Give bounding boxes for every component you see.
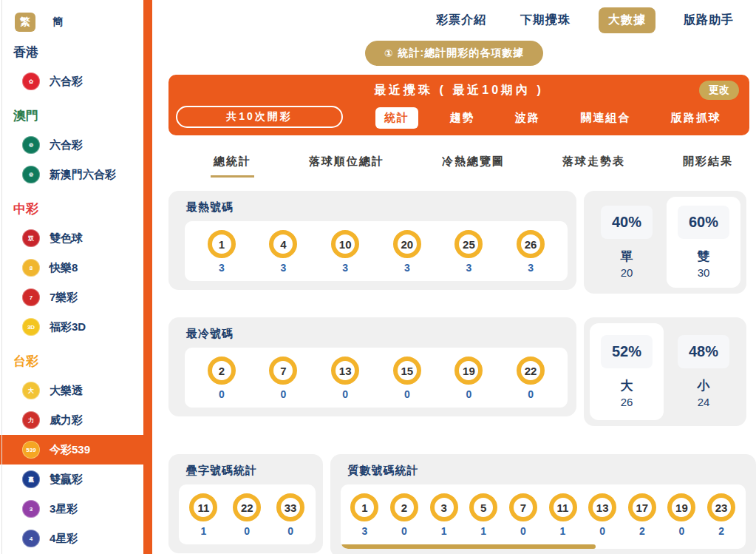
change-button[interactable]: 更改 [699, 81, 739, 100]
sidebar-entry-label: 雙色球 [50, 232, 83, 246]
sidebar-entry-label: 4星彩 [50, 532, 78, 546]
stats-info-banner: ① 統計:總計開彩的各項數據 [365, 41, 544, 66]
sidebar-entry[interactable]: 大 大樂透 [0, 376, 143, 405]
sidebar-entry-label: 中彩 [13, 200, 38, 217]
main-content: 彩票介紹 下期攪珠 大數據 版路助手 ① 統計:總計開彩的各項數據 最近攪珠 (… [152, 0, 756, 554]
orange-accent-stripe [143, 0, 152, 554]
recent-draws-title: 最近攪珠 ( 最近10期內 ) [168, 83, 749, 98]
lottery-icon: ❁ [22, 166, 40, 183]
ball-stat: 20 3 [393, 230, 421, 274]
ball-stat: 11 1 [549, 493, 577, 537]
hot-numbers-body: 1 3 4 3 10 3 [185, 221, 568, 281]
sidebar-entry[interactable]: 贏 雙贏彩 [0, 465, 143, 494]
statistics-sub-tab[interactable]: 落球順位總計 [306, 155, 387, 178]
ball-count: 3 [466, 262, 472, 274]
stats-row-1: 最熱號碼 1 3 4 3 [168, 191, 756, 294]
sidebar-entry-label: 快樂8 [50, 261, 78, 275]
lang-traditional-button[interactable]: 繁 [15, 13, 35, 32]
percent-badge: 52% [601, 335, 653, 368]
ball-stat: 23 2 [707, 493, 735, 537]
ball-count: 1 [441, 525, 447, 537]
sidebar-entry-label: 新澳門六合彩 [50, 168, 116, 182]
top-nav-item[interactable]: 大數據 [599, 7, 655, 33]
sidebar-entry[interactable]: 力 威力彩 [0, 405, 143, 435]
ball-count: 0 [520, 525, 526, 537]
ball-count: 0 [401, 525, 407, 537]
sidebar-entry[interactable]: 3D 福彩3D [0, 312, 143, 342]
sidebar-entry[interactable]: ❁ 新澳門六合彩 [0, 160, 143, 189]
double-digit-title: 疊字號碼統計 [168, 462, 323, 484]
big-small-card: 52% 大 26 48% 小 24 [584, 317, 746, 426]
lottery-nav: 香港 ✿ 六合彩 澳門 ❁ 六合彩 ❁ [0, 33, 143, 553]
lottery-icon: 3 [22, 500, 40, 518]
ball-count: 0 [342, 388, 348, 400]
lottery-ball: 11 [549, 493, 577, 521]
lottery-ball: 22 [517, 357, 545, 385]
top-nav-item[interactable]: 下期攪珠 [514, 8, 576, 33]
hot-numbers-title: 最熱號碼 [168, 198, 576, 221]
sidebar-entry[interactable]: ✿ 六合彩 [0, 67, 143, 96]
statistics-sub-tab[interactable]: 落球走勢表 [559, 155, 628, 178]
ball-stat: 1 3 [350, 493, 378, 537]
percent-cell: 60% 雙 30 [667, 197, 740, 288]
lottery-icon: ✿ [22, 72, 40, 90]
ball-count: 2 [718, 525, 724, 537]
ball-count: 3 [219, 262, 225, 274]
draw-panel-tab[interactable]: 關連組合 [572, 107, 640, 129]
ball-count: 2 [639, 525, 645, 537]
statistics-sub-tab[interactable]: 總統計 [211, 155, 254, 178]
banner-row: ① 統計:總計開彩的各項數據 [152, 41, 756, 66]
ball-count: 3 [528, 262, 534, 274]
sidebar-entry[interactable]: 7 7樂彩 [0, 283, 143, 312]
horizontal-scrollbar[interactable] [341, 544, 596, 549]
stats-row-2: 最冷號碼 2 0 7 0 [168, 317, 756, 426]
language-toggle: 繁 簡 [0, 0, 143, 33]
lang-simplified-button[interactable]: 簡 [47, 13, 68, 32]
ball-count: 0 [219, 388, 225, 400]
percent-badge: 60% [678, 206, 729, 239]
lottery-icon: 4 [22, 530, 40, 547]
hot-numbers-card: 最熱號碼 1 3 4 3 [168, 191, 576, 290]
ball-count: 0 [679, 525, 685, 537]
sidebar-entry[interactable]: ❁ 六合彩 [0, 130, 143, 160]
ball-stat: 7 0 [509, 493, 537, 537]
lottery-icon: 539 [22, 441, 40, 459]
ball-stat: 3 1 [430, 493, 458, 537]
ball-stat: 22 0 [233, 493, 261, 537]
statistics-sub-tab[interactable]: 開彩結果 [680, 155, 736, 178]
draw-panel-tab[interactable]: 趨勢 [441, 107, 484, 129]
sidebar-entry: 台彩 [0, 342, 143, 376]
lottery-ball: 26 [517, 230, 545, 258]
sidebar-entry[interactable]: 8 快樂8 [0, 253, 143, 283]
percent-label: 單 [621, 248, 633, 265]
sidebar-entry-label: 香港 [13, 44, 38, 61]
sidebar-entry[interactable]: 3 3星彩 [0, 494, 143, 524]
ball-stat: 4 3 [269, 230, 297, 274]
percent-label: 小 [698, 377, 710, 394]
ball-count: 0 [281, 388, 287, 400]
draw-panel-tabs: 統計 趨勢 波路 關連組合 版路抓球 [375, 107, 730, 129]
lottery-ball: 11 [189, 493, 217, 521]
sidebar-entry[interactable]: 4 4星彩 [0, 524, 143, 553]
ball-stat: 17 2 [628, 493, 656, 537]
top-nav-item[interactable]: 彩票介紹 [430, 8, 492, 33]
lottery-ball: 7 [509, 493, 537, 521]
sidebar-entry: 澳門 [0, 96, 143, 130]
ball-stat: 13 0 [331, 357, 359, 400]
sidebar-entry[interactable]: 539 今彩539 [0, 435, 152, 465]
sidebar-entry-label: 澳門 [13, 107, 38, 124]
ball-count: 3 [361, 525, 367, 537]
percent-count: 30 [698, 266, 710, 279]
draw-panel-tab[interactable]: 版路抓球 [662, 107, 730, 129]
draw-panel-tab[interactable]: 統計 [375, 107, 418, 129]
odd-even-card: 40% 單 20 60% 雙 30 [584, 191, 746, 294]
draw-panel-tab[interactable]: 波路 [506, 107, 549, 129]
top-nav-item[interactable]: 版路助手 [678, 8, 740, 33]
stats-row-3: 疊字號碼統計 11 1 22 0 [168, 454, 756, 554]
ball-stat: 2 0 [208, 357, 236, 400]
percent-badge: 40% [601, 206, 653, 239]
draw-count-pill: 共10次開彩 [176, 106, 343, 128]
sidebar-entry[interactable]: 双 雙色球 [0, 223, 143, 253]
statistics-sub-tab[interactable]: 冷熱總覽圖 [439, 155, 508, 178]
lottery-ball: 25 [454, 230, 483, 258]
